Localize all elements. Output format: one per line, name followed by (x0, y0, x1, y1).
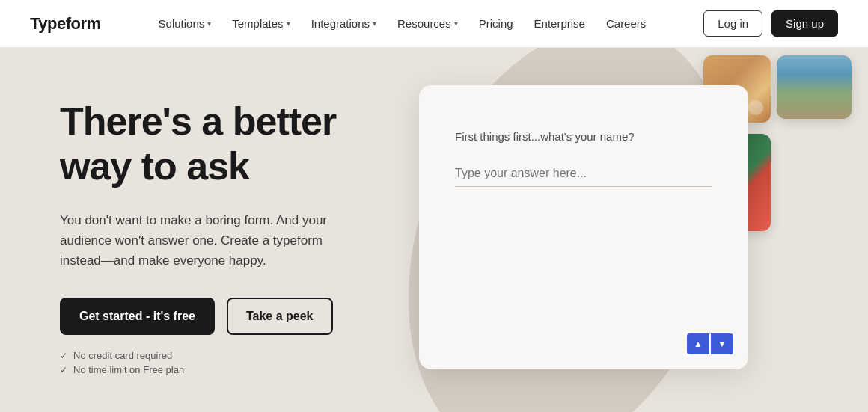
get-started-button[interactable]: Get started - it's free (60, 298, 215, 335)
form-navigation: ▲ ▼ (687, 333, 733, 354)
logo[interactable]: Typeform (30, 14, 101, 34)
chevron-down-icon: ▾ (373, 19, 376, 28)
nav-pricing[interactable]: Pricing (470, 11, 522, 36)
hero-buttons: Get started - it's free Take a peek (60, 298, 404, 335)
chevron-down-icon: ▾ (287, 19, 290, 28)
chevron-down-icon: ▾ (207, 19, 211, 28)
landscape-image (777, 55, 852, 119)
nav-enterprise[interactable]: Enterprise (525, 11, 594, 36)
nav-resources[interactable]: Resources ▾ (388, 11, 467, 36)
take-a-peek-button[interactable]: Take a peek (227, 298, 333, 335)
hero-description: You don't want to make a boring form. An… (60, 210, 337, 271)
check-icon: ✓ (60, 365, 67, 375)
nav-links: Solutions ▾ Templates ▾ Integrations ▾ R… (150, 11, 655, 36)
check-item-2: ✓ No time limit on Free plan (60, 364, 404, 375)
form-answer-input[interactable] (455, 161, 712, 187)
nav-solutions[interactable]: Solutions ▾ (150, 11, 221, 36)
nav-actions: Log in Sign up (703, 10, 838, 37)
nav-integrations[interactable]: Integrations ▾ (302, 11, 385, 36)
hero-checks: ✓ No credit card required ✓ No time limi… (60, 350, 404, 375)
hero-title: There's a better way to ask (60, 99, 404, 189)
floating-image-2 (777, 55, 852, 119)
hero-section: There's a better way to ask You don't wa… (0, 48, 868, 412)
nav-careers[interactable]: Careers (597, 11, 655, 36)
chevron-down-icon: ▾ (454, 19, 458, 28)
nav-templates[interactable]: Templates ▾ (223, 11, 299, 36)
hero-right: First things first...what's your name? ▲… (404, 48, 868, 412)
form-preview-card: First things first...what's your name? ▲… (419, 85, 748, 369)
hero-left: There's a better way to ask You don't wa… (0, 48, 404, 412)
navigation: Typeform Solutions ▾ Templates ▾ Integra… (0, 0, 868, 48)
form-nav-down-button[interactable]: ▼ (711, 333, 733, 354)
check-icon: ✓ (60, 351, 67, 361)
check-item-1: ✓ No credit card required (60, 350, 404, 361)
login-button[interactable]: Log in (703, 10, 762, 37)
form-nav-up-button[interactable]: ▲ (687, 333, 709, 354)
signup-button[interactable]: Sign up (771, 10, 838, 37)
form-question: First things first...what's your name? (455, 130, 712, 143)
